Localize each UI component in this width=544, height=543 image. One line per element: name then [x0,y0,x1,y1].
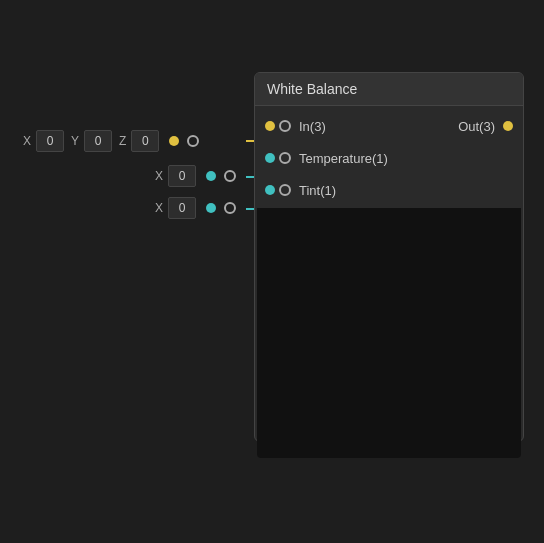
connector-tint-left [279,184,291,196]
input-row-tint: X [152,197,236,219]
input-z1[interactable] [131,130,159,152]
label-x3: X [152,201,166,215]
label-x1: X [20,134,34,148]
field-group-x: X [20,130,64,152]
field-group-x3: X [152,197,196,219]
dot-yellow-row1 [169,136,179,146]
node-rows: In(3) Out(3) Temperature(1) Tint(1) [255,106,523,206]
input-y1[interactable] [84,130,112,152]
node-row-temp: Temperature(1) [255,142,523,174]
field-group-y: Y [68,130,112,152]
field-group-x2: X [152,165,196,187]
node-row-in3: In(3) Out(3) [255,110,523,142]
node-row-tint-label: Tint(1) [299,183,336,198]
node-row-tint: Tint(1) [255,174,523,206]
input-x1[interactable] [36,130,64,152]
dot-yellow-in3 [265,121,275,131]
dot-cyan-temp [265,153,275,163]
label-z1: Z [116,134,129,148]
node-title: White Balance [255,73,523,106]
node-row-in3-label: In(3) [299,119,326,134]
connector-hollow-in3 [187,135,199,147]
dot-cyan-row3 [206,203,216,213]
node-row-temp-label: Temperature(1) [299,151,388,166]
connector-in3-left [279,120,291,132]
connector-hollow-temp [224,170,236,182]
input-row-temp: X [152,165,236,187]
dot-cyan-tint [265,185,275,195]
label-x2: X [152,169,166,183]
label-y1: Y [68,134,82,148]
input-row-xyz: X Y Z [20,130,199,152]
input-x2[interactable] [168,165,196,187]
node-content-area [257,208,521,458]
input-x3[interactable] [168,197,196,219]
canvas: X Y Z X X [0,0,544,543]
dot-cyan-row2 [206,171,216,181]
connector-hollow-tint [224,202,236,214]
dot-yellow-out3 [503,121,513,131]
field-group-z: Z [116,130,159,152]
node-panel: White Balance In(3) Out(3) Temperature(1… [254,72,524,442]
out-label: Out(3) [458,119,495,134]
connector-temp-left [279,152,291,164]
